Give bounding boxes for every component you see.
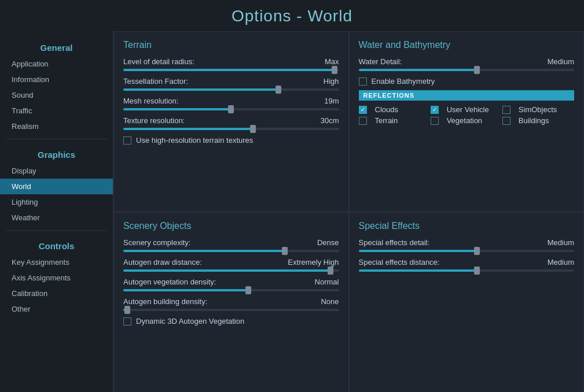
dynamic-autogen-label: Dynamic 3D Autogen Vegetation [136,317,244,326]
terrain-lod-label: Level of detail radius: [123,57,194,66]
terrain-mesh-label: Mesh resolution: [123,97,178,105]
fx-distance-setting: Special effects distance: Medium [359,258,575,272]
terrain-hires-checkbox[interactable] [123,136,131,145]
sidebar-item-sound[interactable]: Sound [0,87,113,103]
sidebar-item-traffic[interactable]: Traffic [0,103,113,119]
sidebar-divider-1 [6,139,107,139]
scenery-complexity-value: Dense [317,238,339,247]
reflection-buildings[interactable]: Buildings [502,116,574,125]
terrain-tess-track[interactable] [123,88,339,91]
bathymetry-checkbox-row[interactable]: Enable Bathymetry [359,77,575,86]
scenery-panel: Scenery Objects Scenery complexity: Dens… [113,212,349,392]
sidebar-item-world[interactable]: World [0,179,113,194]
terrain-mesh-track[interactable] [123,108,339,110]
reflection-terrain-label: Terrain [375,116,398,125]
autogen-veg-label: Autogen vegetation density: [123,278,216,286]
terrain-lod-value: Max [325,57,339,66]
reflection-clouds-checkbox[interactable] [359,106,367,114]
content-area: Terrain Level of detail radius: Max Tess… [113,31,584,392]
sidebar-divider-2 [6,230,107,231]
reflection-clouds-label: Clouds [375,105,398,114]
reflection-terrain-checkbox[interactable] [359,117,367,125]
sidebar-item-calibration[interactable]: Calibration [0,286,113,301]
reflection-simobjects[interactable]: SimObjects [502,105,574,114]
autogen-draw-value: Extremely High [288,258,339,267]
water-detail-setting: Water Detail: Medium [359,57,575,71]
terrain-title: Terrain [123,40,339,50]
fx-detail-value: Medium [548,238,574,247]
reflection-clouds[interactable]: Clouds [359,105,431,114]
fx-distance-value: Medium [548,258,574,267]
sidebar-group-graphics: Graphics [0,144,113,163]
reflection-vegetation-checkbox[interactable] [431,117,439,125]
reflection-uservehicle-checkbox[interactable] [431,106,439,114]
reflection-buildings-label: Buildings [519,116,549,125]
terrain-mesh-setting: Mesh resolution: 19m [123,97,339,110]
sidebar: General Application Information Sound Tr… [0,31,113,392]
terrain-texture-setting: Texture resolution: 30cm [123,116,339,130]
reflection-terrain[interactable]: Terrain [359,116,431,125]
sidebar-item-display[interactable]: Display [0,163,113,179]
water-detail-label: Water Detail: [359,57,402,66]
water-detail-track[interactable] [359,69,575,71]
reflection-buildings-checkbox[interactable] [502,117,510,125]
reflection-simobjects-label: SimObjects [519,105,557,114]
sidebar-group-controls: Controls [0,235,113,254]
bathymetry-checkbox[interactable] [359,77,367,86]
fx-distance-track[interactable] [359,269,575,272]
terrain-hires-label: Use high-resolution terrain textures [136,136,253,145]
reflection-vegetation-label: Vegetation [447,116,482,125]
scenery-complexity-track[interactable] [123,250,339,252]
sidebar-item-key-assignments[interactable]: Key Assignments [0,254,113,270]
autogen-building-value: None [321,297,339,306]
terrain-tess-value: High [324,77,339,86]
autogen-draw-setting: Autogen draw distance: Extremely High [123,258,339,272]
bathymetry-label: Enable Bathymetry [372,77,435,86]
sidebar-item-other[interactable]: Other [0,301,113,317]
terrain-mesh-value: 19m [324,97,339,105]
sidebar-item-axis-assignments[interactable]: Axis Assignments [0,270,113,286]
fx-detail-label: Special effects detail: [359,238,430,247]
water-panel: Water and Bathymetry Water Detail: Mediu… [349,31,585,212]
terrain-lod-setting: Level of detail radius: Max [123,57,339,71]
terrain-texture-value: 30cm [321,116,339,125]
autogen-veg-track[interactable] [123,289,339,291]
sidebar-group-general: General [0,37,113,56]
page-title: Options - World [0,0,584,31]
scenery-complexity-label: Scenery complexity: [123,238,190,247]
sidebar-item-realism[interactable]: Realism [0,119,113,134]
terrain-lod-track[interactable] [123,69,339,71]
reflection-vegetation[interactable]: Vegetation [431,116,502,125]
reflection-uservehicle[interactable]: User Vehicle [431,105,502,114]
autogen-draw-label: Autogen draw distance: [123,258,202,267]
scenery-complexity-setting: Scenery complexity: Dense [123,238,339,252]
autogen-building-label: Autogen building density: [123,297,207,306]
sidebar-item-information[interactable]: Information [0,72,113,87]
terrain-hires-checkbox-row[interactable]: Use high-resolution terrain textures [123,136,339,145]
fx-distance-label: Special effects distance: [359,258,440,267]
terrain-tess-label: Tessellation Factor: [123,77,188,86]
autogen-draw-track[interactable] [123,269,339,272]
dynamic-autogen-checkbox[interactable] [123,317,131,326]
special-effects-panel: Special Effects Special effects detail: … [349,212,585,392]
fx-detail-setting: Special effects detail: Medium [359,238,575,252]
terrain-texture-label: Texture resolution: [123,116,185,125]
terrain-tess-setting: Tessellation Factor: High [123,77,339,91]
reflection-uservehicle-label: User Vehicle [447,105,489,114]
sidebar-item-weather[interactable]: Weather [0,210,113,225]
terrain-panel: Terrain Level of detail radius: Max Tess… [113,31,349,212]
terrain-texture-track[interactable] [123,128,339,130]
autogen-building-track[interactable] [123,309,339,311]
reflections-grid: Clouds User Vehicle SimObjects Terrain [359,105,575,125]
reflection-simobjects-checkbox[interactable] [502,106,510,114]
autogen-veg-value: Normal [315,278,339,286]
water-detail-value: Medium [548,57,574,66]
autogen-veg-setting: Autogen vegetation density: Normal [123,278,339,291]
dynamic-autogen-checkbox-row[interactable]: Dynamic 3D Autogen Vegetation [123,317,339,326]
reflections-header: REFLECTIONS [359,90,575,101]
sidebar-item-application[interactable]: Application [0,56,113,72]
autogen-building-setting: Autogen building density: None [123,297,339,311]
scenery-title: Scenery Objects [123,221,339,231]
fx-detail-track[interactable] [359,250,575,252]
sidebar-item-lighting[interactable]: Lighting [0,194,113,210]
